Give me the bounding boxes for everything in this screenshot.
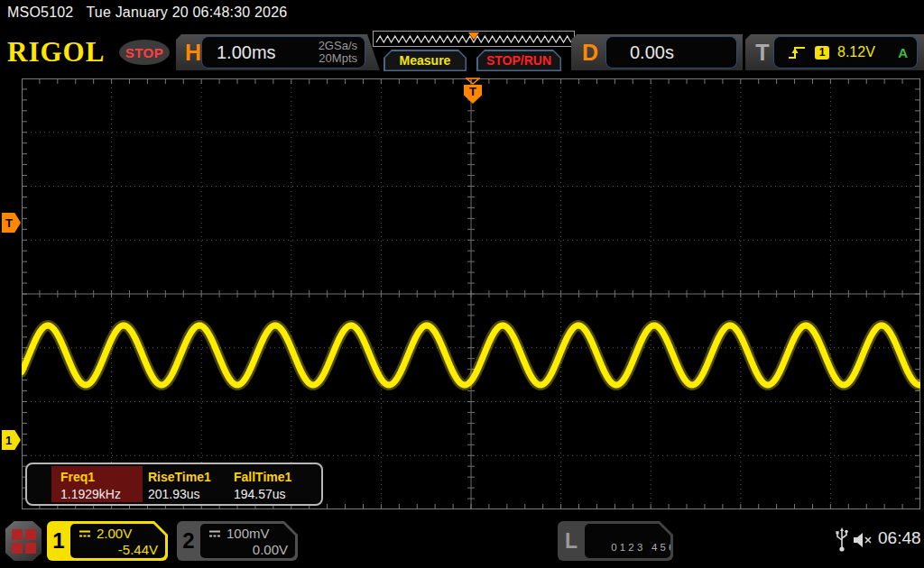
channel2-scale: 100mV — [226, 526, 270, 541]
delay-value: 0.00s — [630, 42, 674, 63]
channel1-status-block[interactable]: 1 2.00V -5.44V — [47, 521, 168, 561]
run-state-indicator[interactable]: STOP — [119, 40, 170, 65]
logic-analyzer-key: L — [558, 521, 585, 561]
status-clock: 06:48 — [878, 528, 921, 548]
measurement-panel: Freq1 1.1929kHz RiseTime1 201.93us FallT… — [25, 463, 323, 506]
dc-coupling-icon — [208, 529, 222, 538]
measurement-label: RiseTime1 — [148, 470, 211, 484]
trigger-source-badge: 1 — [815, 46, 829, 60]
waveform-display-grid — [22, 78, 920, 509]
digital-channel-list: 0 1 2 3 4 5 6 7 8 9 1011 12131415 — [585, 524, 670, 558]
usb-icon — [835, 527, 849, 553]
rigol-logo: RIGOL — [7, 36, 105, 69]
trigger-settings-block[interactable]: T 1 8.12V A — [745, 34, 924, 70]
measurement-label: Freq1 — [60, 470, 95, 484]
preview-waveform-icon — [374, 32, 574, 46]
trigger-level-marker[interactable]: T — [2, 213, 21, 233]
delay-value-box: 0.00s — [605, 36, 737, 69]
waveform-preview-bar[interactable] — [373, 31, 575, 47]
digital-channels-row1: 0 1 2 3 4 5 6 7 — [611, 542, 683, 553]
measure-button-label: Measure — [400, 53, 451, 68]
measure-button[interactable]: Measure — [383, 50, 467, 71]
channel2-offset: 0.00V — [208, 542, 288, 557]
delay-key-label: D — [582, 34, 604, 70]
trigger-values-box: 1 8.12V A — [773, 36, 918, 69]
oscilloscope-screen: MSO5102Tue January 20 06:48:30 2026 RIGO… — [0, 0, 924, 568]
channel1-zero-marker[interactable]: 1 — [2, 430, 21, 450]
acquisition-info: 2GSa/s 20Mpts — [319, 40, 357, 65]
channel1-offset: -5.44V — [78, 542, 158, 557]
horizontal-key-label: H — [183, 34, 203, 70]
channel2-status-block[interactable]: 2 100mV 0.00V — [177, 521, 298, 561]
horizontal-values-box: 1.00ms 2GSa/s 20Mpts — [201, 36, 365, 69]
measurement-value: 1.1929kHz — [60, 487, 121, 501]
datetime-text: Tue January 20 06:48:30 2026 — [86, 5, 287, 20]
channel1-scale: 2.00V — [97, 526, 132, 541]
measurement-value: 194.57us — [234, 487, 286, 501]
memory-depth: 20Mpts — [319, 51, 357, 65]
sample-rate: 2GSa/s — [319, 39, 357, 52]
trigger-sweep-mode: A — [898, 45, 908, 60]
measurement-value: 201.93us — [148, 487, 200, 501]
trigger-level-value: 8.12V — [837, 44, 890, 60]
measurement-label: FallTime1 — [234, 470, 291, 484]
channel1-values: 2.00V -5.44V — [70, 524, 165, 558]
trigger-slope-icon — [787, 44, 807, 60]
trigger-position-tick-icon — [466, 78, 480, 85]
logic-analyzer-status-block[interactable]: L 0 1 2 3 4 5 6 7 8 9 1011 12131415 — [558, 521, 673, 561]
stop-run-button[interactable]: STOP/RUN — [476, 50, 561, 71]
run-state-label: STOP — [125, 45, 164, 60]
channel2-values: 100mV 0.00V — [200, 524, 295, 558]
horizontal-settings-block[interactable]: H 1.00ms 2GSa/s 20Mpts — [176, 34, 380, 70]
grid-icon — [12, 529, 36, 554]
menu-grid-button[interactable] — [5, 521, 42, 561]
stop-run-button-label: STOP/RUN — [486, 53, 551, 68]
channel2-number: 2 — [177, 521, 200, 561]
dc-coupling-icon — [78, 529, 92, 538]
trigger-key-label: T — [753, 34, 772, 70]
titlebar: MSO5102Tue January 20 06:48:30 2026 — [7, 5, 287, 21]
delay-settings-block[interactable]: D 0.00s — [571, 34, 743, 70]
speaker-muted-icon[interactable] — [852, 530, 875, 550]
channel1-number: 1 — [47, 521, 70, 561]
timebase-value: 1.00ms — [217, 42, 276, 63]
model-name: MSO5102 — [7, 5, 73, 20]
